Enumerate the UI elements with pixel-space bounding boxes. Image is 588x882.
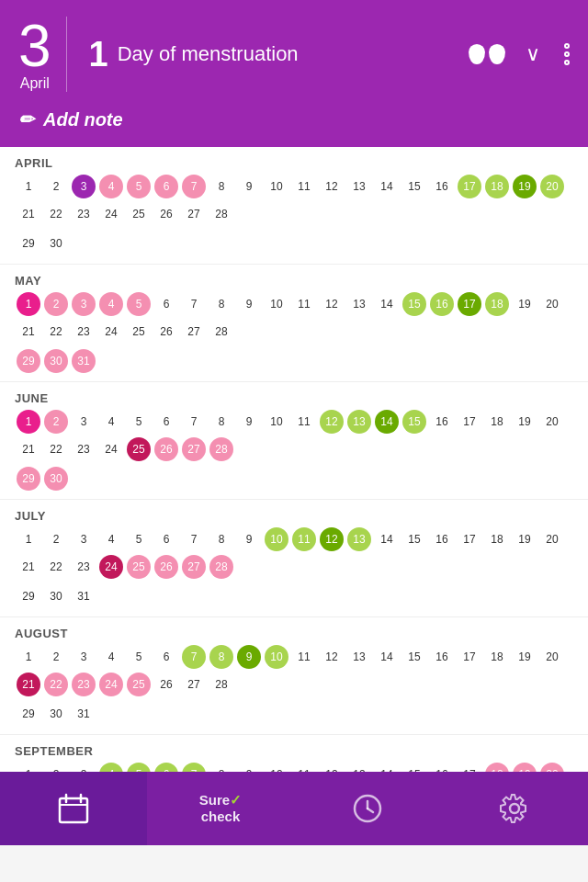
aug-14[interactable]: 14 [373, 644, 401, 670]
july-23[interactable]: 23 [70, 554, 97, 580]
aug-29[interactable]: 29 [15, 701, 42, 727]
july-2[interactable]: 2 [42, 526, 70, 552]
july-30[interactable]: 30 [42, 583, 70, 609]
april-6[interactable]: 6 [154, 175, 178, 198]
june-25[interactable]: 25 [127, 437, 151, 461]
june-8[interactable]: 8 [208, 409, 235, 435]
april-13[interactable]: 13 [345, 174, 373, 199]
may-22[interactable]: 22 [42, 319, 70, 345]
june-22[interactable]: 22 [42, 436, 70, 462]
april-10[interactable]: 10 [263, 174, 290, 199]
more-options-button[interactable] [564, 43, 570, 65]
june-14[interactable]: 14 [375, 410, 399, 434]
june-6[interactable]: 6 [153, 409, 180, 435]
july-17[interactable]: 17 [456, 526, 483, 552]
april-21[interactable]: 21 [15, 201, 42, 227]
sep-18[interactable]: 18 [485, 763, 509, 772]
july-13[interactable]: 13 [347, 527, 371, 551]
aug-18[interactable]: 18 [483, 644, 511, 670]
may-19[interactable]: 19 [511, 291, 538, 317]
april-26[interactable]: 26 [153, 201, 180, 227]
may-25[interactable]: 25 [125, 319, 153, 345]
april-27[interactable]: 27 [180, 201, 208, 227]
may-11[interactable]: 11 [290, 291, 318, 317]
aug-4[interactable]: 4 [97, 644, 125, 670]
sep-8[interactable]: 8 [208, 762, 235, 772]
aug-15[interactable]: 15 [401, 644, 428, 670]
may-27[interactable]: 27 [180, 319, 208, 345]
may-18[interactable]: 18 [485, 292, 509, 316]
june-3[interactable]: 3 [70, 409, 97, 435]
april-1[interactable]: 1 [15, 174, 42, 199]
sep-5[interactable]: 5 [127, 763, 151, 772]
july-12[interactable]: 12 [320, 527, 344, 551]
aug-5[interactable]: 5 [125, 644, 153, 670]
may-28[interactable]: 28 [208, 319, 235, 345]
sep-16[interactable]: 16 [428, 762, 456, 772]
june-15[interactable]: 15 [402, 410, 426, 434]
june-24[interactable]: 24 [97, 436, 125, 462]
sep-10[interactable]: 10 [263, 762, 290, 772]
april-3[interactable]: 3 [72, 175, 96, 198]
april-22[interactable]: 22 [42, 201, 70, 227]
sep-1[interactable]: 1 [15, 762, 42, 772]
aug-22[interactable]: 22 [44, 673, 68, 696]
july-28[interactable]: 28 [209, 555, 233, 579]
aug-30[interactable]: 30 [42, 701, 70, 727]
june-29[interactable]: 29 [17, 467, 40, 491]
sep-13[interactable]: 13 [345, 762, 373, 772]
june-27[interactable]: 27 [182, 437, 206, 461]
july-15[interactable]: 15 [401, 526, 428, 552]
june-11[interactable]: 11 [290, 409, 318, 435]
june-7[interactable]: 7 [180, 409, 208, 435]
sep-2[interactable]: 2 [42, 762, 70, 772]
april-4[interactable]: 4 [99, 175, 123, 198]
aug-13[interactable]: 13 [345, 644, 373, 670]
april-19[interactable]: 19 [513, 175, 537, 198]
july-5[interactable]: 5 [125, 526, 153, 552]
aug-9[interactable]: 9 [237, 645, 261, 669]
july-9[interactable]: 9 [235, 526, 263, 552]
add-note-bar[interactable]: ✏ Add note [0, 101, 588, 147]
sep-3[interactable]: 3 [70, 762, 97, 772]
may-23[interactable]: 23 [70, 319, 97, 345]
july-20[interactable]: 20 [538, 526, 566, 552]
june-12[interactable]: 12 [320, 410, 344, 434]
may-12[interactable]: 12 [318, 291, 345, 317]
april-12[interactable]: 12 [318, 174, 345, 199]
may-8[interactable]: 8 [208, 291, 235, 317]
june-17[interactable]: 17 [456, 409, 483, 435]
may-17[interactable]: 17 [458, 292, 481, 316]
july-14[interactable]: 14 [373, 526, 401, 552]
may-24[interactable]: 24 [97, 319, 125, 345]
aug-23[interactable]: 23 [72, 673, 96, 696]
may-10[interactable]: 10 [263, 291, 290, 317]
may-6[interactable]: 6 [153, 291, 180, 317]
june-20[interactable]: 20 [538, 409, 566, 435]
april-28[interactable]: 28 [208, 201, 235, 227]
may-4[interactable]: 4 [99, 292, 123, 316]
may-13[interactable]: 13 [345, 291, 373, 317]
aug-12[interactable]: 12 [318, 644, 345, 670]
july-19[interactable]: 19 [511, 526, 538, 552]
april-2[interactable]: 2 [42, 174, 70, 199]
july-1[interactable]: 1 [15, 526, 42, 552]
sep-4[interactable]: 4 [99, 763, 123, 772]
july-31[interactable]: 31 [70, 583, 97, 609]
sep-14[interactable]: 14 [373, 762, 401, 772]
april-17[interactable]: 17 [458, 175, 481, 198]
july-29[interactable]: 29 [15, 583, 42, 609]
april-18[interactable]: 18 [485, 175, 509, 198]
june-30[interactable]: 30 [44, 467, 68, 491]
july-3[interactable]: 3 [70, 526, 97, 552]
june-4[interactable]: 4 [97, 409, 125, 435]
aug-20[interactable]: 20 [538, 644, 566, 670]
april-30[interactable]: 30 [42, 231, 70, 256]
aug-19[interactable]: 19 [511, 644, 538, 670]
aug-17[interactable]: 17 [456, 644, 483, 670]
april-9[interactable]: 9 [235, 174, 263, 199]
aug-24[interactable]: 24 [99, 673, 123, 696]
may-31[interactable]: 31 [72, 349, 96, 373]
july-22[interactable]: 22 [42, 554, 70, 580]
aug-11[interactable]: 11 [290, 644, 318, 670]
